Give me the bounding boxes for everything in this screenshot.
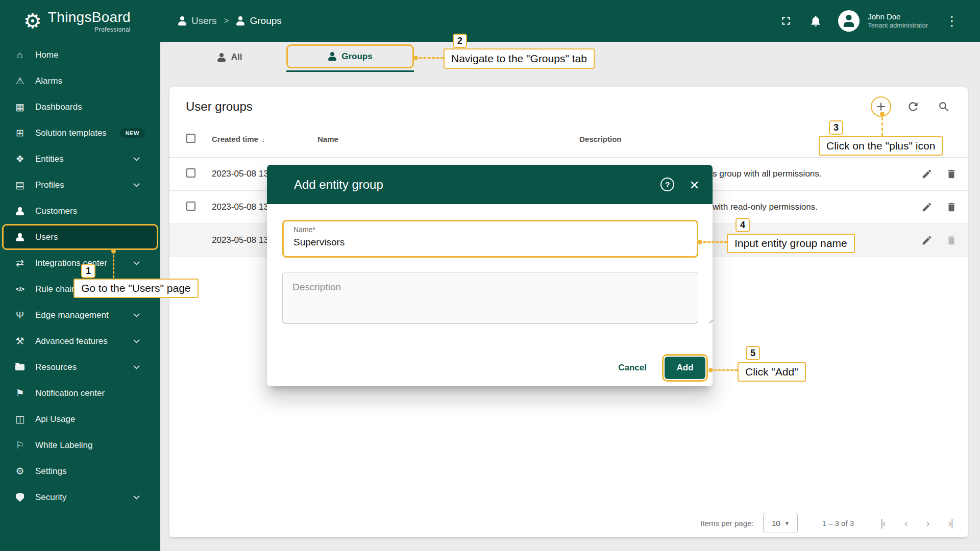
solution-templates-icon: ⊞ <box>12 127 28 139</box>
user-name: John Doe <box>868 12 928 22</box>
app-title: ThingsBoard <box>48 9 131 26</box>
chevron-down-icon <box>133 311 140 317</box>
edit-pencil-icon[interactable] <box>921 201 933 213</box>
all-tab-icon <box>217 53 226 62</box>
name-field-label: Name* <box>293 226 315 234</box>
chevron-down-icon <box>133 363 140 369</box>
alarms-icon: ⚠ <box>12 75 28 87</box>
active-tab-indicator <box>286 70 414 72</box>
dashboards-icon: ▦ <box>12 101 28 113</box>
tab-all[interactable]: All <box>200 46 259 68</box>
breadcrumb: Users > Groups <box>178 15 282 27</box>
search-button[interactable] <box>935 98 952 115</box>
column-created-time[interactable]: Created time ↓ <box>212 135 317 143</box>
logo-gear-icon: ⚙ <box>23 11 42 31</box>
new-badge: NEW <box>120 128 145 138</box>
sidebar-item-advanced-features[interactable]: ⚒ Advanced features <box>0 328 160 354</box>
resize-grip-icon <box>707 317 713 323</box>
add-button-highlight: Add <box>662 354 708 382</box>
notification-flag-icon: ⚑ <box>12 387 28 399</box>
avatar-person-icon <box>843 15 855 27</box>
users-icon <box>178 16 187 26</box>
sidebar-item-rule-chains[interactable]: </> Rule chains <box>0 276 160 302</box>
sidebar: ⌂ Home ⚠ Alarms ▦ Dashboards ⊞ Solution … <box>0 42 160 551</box>
sidebar-item-api-usage[interactable]: ◫ Api Usage <box>0 406 160 432</box>
dialog-title: Add entity group <box>294 178 383 192</box>
sidebar-item-edge-management[interactable]: Ψ Edge management <box>0 302 160 328</box>
user-role: Tenant administrator <box>868 21 928 30</box>
pagination-bar: Items per page: 10 ▾ 1 – 3 of 3 |‹ ‹ › ›… <box>169 509 968 537</box>
sidebar-item-settings[interactable]: ⚙ Settings <box>0 458 160 484</box>
sort-desc-icon: ↓ <box>261 135 265 143</box>
add-button[interactable]: Add <box>665 357 705 379</box>
home-icon: ⌂ <box>12 49 28 61</box>
edit-pencil-icon[interactable] <box>921 168 933 180</box>
edge-management-icon: Ψ <box>12 310 28 321</box>
refresh-button[interactable] <box>904 98 922 115</box>
sidebar-item-integrations-center[interactable]: ⇄ Integrations center <box>0 250 160 276</box>
chevron-down-icon <box>133 155 140 161</box>
sidebar-item-white-labeling[interactable]: ⚐ White Labeling <box>0 432 160 458</box>
integrations-icon: ⇄ <box>12 257 28 269</box>
breadcrumb-users-label: Users <box>191 15 217 27</box>
edit-pencil-icon[interactable] <box>921 234 933 246</box>
avatar[interactable] <box>838 10 860 32</box>
sidebar-item-solution-templates[interactable]: ⊞ Solution templates NEW <box>0 120 160 146</box>
sidebar-item-notification-center[interactable]: ⚑ Notification center <box>0 380 160 406</box>
kebab-menu-icon[interactable]: ⋮ <box>943 13 961 29</box>
last-page-icon[interactable]: ›| <box>948 517 952 529</box>
chevron-down-icon <box>133 259 140 265</box>
sidebar-item-customers[interactable]: Customers <box>0 198 160 224</box>
app-logo: ⚙ ThingsBoard Professional <box>23 9 131 33</box>
cancel-button[interactable]: Cancel <box>615 359 650 377</box>
previous-page-icon[interactable]: ‹ <box>904 517 907 529</box>
api-usage-icon: ◫ <box>12 413 28 425</box>
resources-folder-icon <box>12 364 28 370</box>
breadcrumb-separator: > <box>224 16 229 26</box>
breadcrumb-groups[interactable]: Groups <box>236 15 281 27</box>
help-icon[interactable]: ? <box>660 178 674 191</box>
profiles-icon: ▤ <box>12 179 28 191</box>
select-all-checkbox[interactable] <box>186 134 195 143</box>
row-checkbox[interactable] <box>186 168 195 178</box>
items-per-page-select[interactable]: 10 ▾ <box>763 513 798 533</box>
settings-gear-icon: ⚙ <box>12 465 28 477</box>
fullscreen-icon[interactable] <box>779 14 793 28</box>
delete-trash-icon[interactable] <box>945 168 958 180</box>
sidebar-item-users[interactable]: Users <box>2 224 158 250</box>
customers-icon <box>12 207 28 215</box>
entities-icon: ❖ <box>12 153 28 165</box>
table-header-row: Created time ↓ Name Description <box>169 121 968 158</box>
sidebar-item-alarms[interactable]: ⚠ Alarms <box>0 68 160 94</box>
column-name[interactable]: Name <box>317 135 579 143</box>
delete-trash-icon[interactable] <box>945 201 958 213</box>
notifications-bell-icon[interactable] <box>808 14 823 28</box>
row-checkbox[interactable] <box>186 202 195 211</box>
close-icon[interactable]: × <box>690 177 699 193</box>
sidebar-item-entities[interactable]: ❖ Entities <box>0 146 160 172</box>
sidebar-item-security[interactable]: Security <box>0 484 160 510</box>
items-per-page-label: Items per page: <box>700 519 753 528</box>
column-description[interactable]: Description <box>579 135 881 143</box>
rule-chains-icon: </> <box>12 285 28 293</box>
name-input[interactable] <box>293 237 681 248</box>
tab-groups[interactable]: Groups <box>286 44 414 68</box>
description-textarea[interactable] <box>282 272 698 323</box>
groups-tab-icon <box>328 52 336 61</box>
page-title: User groups <box>186 99 253 114</box>
next-page-icon[interactable]: › <box>926 517 929 529</box>
delete-trash-icon <box>945 234 958 246</box>
sidebar-item-resources[interactable]: Resources <box>0 354 160 380</box>
add-entity-group-button[interactable] <box>871 96 891 117</box>
breadcrumb-users[interactable]: Users <box>178 15 217 27</box>
tab-bar: All Groups <box>160 42 980 72</box>
sidebar-item-home[interactable]: ⌂ Home <box>0 42 160 68</box>
first-page-icon[interactable]: |‹ <box>880 517 885 529</box>
sidebar-item-profiles[interactable]: ▤ Profiles <box>0 172 160 198</box>
chevron-down-icon <box>133 337 140 343</box>
chevron-down-icon <box>133 181 140 187</box>
caret-down-icon: ▾ <box>786 519 789 527</box>
top-header: ⚙ ThingsBoard Professional Users > Group… <box>0 0 980 42</box>
sidebar-item-dashboards[interactable]: ▦ Dashboards <box>0 94 160 120</box>
app-subtitle: Professional <box>48 26 131 33</box>
